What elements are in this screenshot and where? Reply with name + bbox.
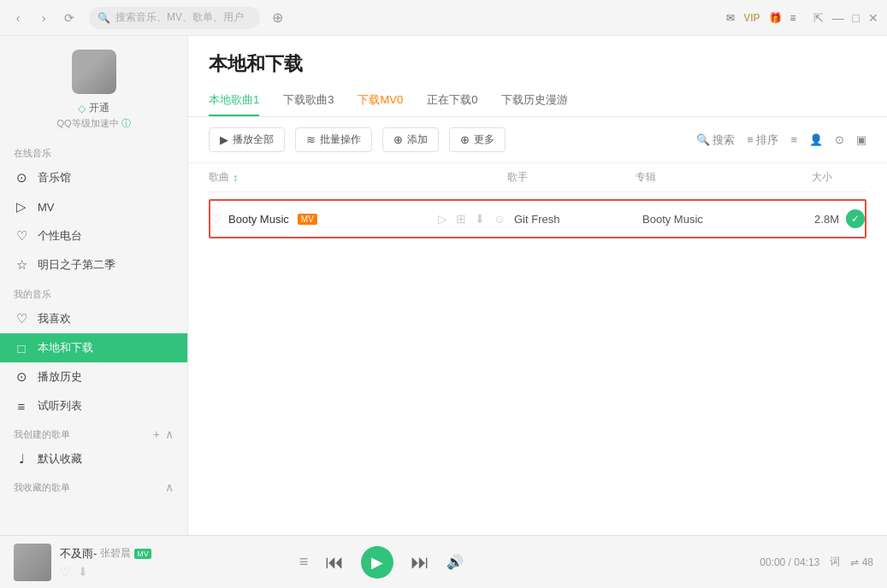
view-list-icon[interactable]: ≡ <box>790 133 797 146</box>
download-song-icon[interactable]: ⬇ <box>475 212 485 226</box>
toolbar: ▶ 播放全部 ≋ 批量操作 ⊕ 添加 ⊕ 更多 🔍 搜索 ≡ 排序 ≡ 👤 ⊙ <box>188 117 887 163</box>
forward-button[interactable]: › <box>34 9 53 27</box>
sidebar-item-label: 播放历史 <box>38 369 82 385</box>
tab-downloaded-mv[interactable]: 下载MV0 <box>358 85 403 116</box>
play-icon: ▶ <box>220 133 228 146</box>
username: ◇ 开通 <box>78 101 109 115</box>
refresh-button[interactable]: ⟳ <box>60 9 79 27</box>
sidebar-item-radio[interactable]: ♡ 个性电台 <box>0 221 187 250</box>
shuffle-icon[interactable]: ≡ <box>299 553 309 571</box>
add-to-list-icon[interactable]: ⊞ <box>456 212 466 226</box>
username-label[interactable]: 开通 <box>89 101 109 115</box>
play-all-button[interactable]: ▶ 播放全部 <box>209 127 285 152</box>
fav-playlist-label: 我收藏的歌单 <box>14 481 70 494</box>
player-download-icon[interactable]: ⬇ <box>78 565 88 579</box>
add-playlist-icon[interactable]: + <box>153 427 160 441</box>
sidebar-item-label: 音乐馆 <box>38 170 71 185</box>
tabs-bar: 本地歌曲1 下载歌曲3 下载MV0 正在下载0 下载历史漫游 <box>188 85 887 117</box>
col-album-header: 专辑 <box>636 170 764 185</box>
search-toolbar-button[interactable]: 🔍 搜索 <box>696 132 736 148</box>
queue-button[interactable]: ⇌ 48 <box>850 556 873 568</box>
more-button[interactable]: ⊕ 更多 <box>449 127 506 152</box>
sidebar-item-idol[interactable]: ☆ 明日之子第二季 <box>0 250 187 279</box>
sidebar-item-label: 明日之子第二季 <box>38 257 115 273</box>
download-status-icon: ✓ <box>846 209 865 228</box>
play-icon: ▶ <box>371 553 383 572</box>
tab-downloaded-songs[interactable]: 下载歌曲3 <box>283 85 334 116</box>
minimize-button[interactable]: — <box>832 11 844 25</box>
tab-download-history[interactable]: 下载历史漫游 <box>501 85 568 116</box>
player-mv-tag: MV <box>134 549 151 559</box>
player-thumbnail <box>14 544 51 581</box>
share-icon[interactable]: ☺ <box>494 212 506 226</box>
qq-level-text: QQ等级加速中 <box>56 117 118 130</box>
player-controls: ≡ ⏮ ▶ ⏭ 🔊 <box>299 546 464 579</box>
radio-icon: ♡ <box>14 228 29 244</box>
my-playlist-header: 我创建的歌单 + ∧ <box>0 420 187 444</box>
sort-arrow[interactable]: ↕ <box>233 172 238 184</box>
sidebar-item-trial[interactable]: ≡ 试听列表 <box>0 391 187 420</box>
favorite-icon[interactable]: ♡ <box>210 212 222 226</box>
col-song-label: 歌曲 <box>209 170 229 185</box>
tab-downloading[interactable]: 正在下载0 <box>427 85 477 116</box>
maximize-button[interactable]: □ <box>853 11 860 25</box>
tab-local-songs[interactable]: 本地歌曲1 <box>209 85 259 116</box>
sidebar-item-label: MV <box>38 201 55 214</box>
song-row-actions: ▷ ⊞ ⬇ ☺ <box>438 212 506 226</box>
music-note-icon: ♩ <box>14 451 29 467</box>
sidebar-item-favorites[interactable]: ♡ 我喜欢 <box>0 304 187 333</box>
song-table: 歌曲 ↕ 歌手 专辑 大小 ♡ Booty Music MV ▷ ⊞ ⬇ <box>188 163 887 535</box>
window-controls: ⇱ — □ ✕ <box>813 11 878 25</box>
target-icon[interactable]: ⊙ <box>835 133 844 146</box>
song-artist: Git Fresh <box>514 213 642 226</box>
tab-label: 下载历史漫游 <box>501 93 568 106</box>
sidebar-item-local-download[interactable]: □ 本地和下载 <box>0 333 187 362</box>
avatar[interactable] <box>72 50 116 94</box>
back-button[interactable]: ‹ <box>9 9 27 27</box>
sort-button[interactable]: ≡ 排序 <box>747 132 778 148</box>
time-total: 04:13 <box>794 556 819 568</box>
fav-collapse-icon[interactable]: ∧ <box>165 480 174 494</box>
folder-icon[interactable]: ▣ <box>856 133 866 146</box>
add-label: 添加 <box>407 132 428 147</box>
sidebar: ◇ 开通 QQ等级加速中 ⓘ 在线音乐 ⊙ 音乐馆 ▷ MV ♡ 个性电台 ☆ … <box>0 36 188 535</box>
player-heart-icon[interactable]: ♡ <box>60 565 71 579</box>
music-icon: ⊙ <box>14 170 29 185</box>
vip-label[interactable]: VIP <box>743 12 760 24</box>
collapse-icon[interactable]: ∧ <box>165 427 174 441</box>
compact-button[interactable]: ⇱ <box>813 11 824 25</box>
play-pause-button[interactable]: ▶ <box>361 546 393 579</box>
close-button[interactable]: ✕ <box>868 11 878 25</box>
user-icon[interactable]: 👤 <box>809 133 823 146</box>
fav-actions: ∧ <box>165 480 174 494</box>
star-icon: ☆ <box>14 257 29 273</box>
sidebar-item-music-hall[interactable]: ⊙ 音乐馆 <box>0 163 187 192</box>
song-title[interactable]: Booty Music <box>228 213 289 226</box>
play-song-icon[interactable]: ▷ <box>438 212 447 226</box>
sidebar-item-mv[interactable]: ▷ MV <box>0 192 187 221</box>
batch-button[interactable]: ≋ 批量操作 <box>295 127 372 152</box>
info-icon: ⓘ <box>121 117 131 130</box>
download-icon[interactable]: ⊕ <box>272 9 283 26</box>
mail-icon[interactable]: ✉ <box>726 12 735 24</box>
sidebar-item-label: 我喜欢 <box>38 311 71 326</box>
gift-icon[interactable]: 🎁 <box>769 12 782 24</box>
table-header: 歌曲 ↕ 歌手 专辑 大小 <box>209 163 866 192</box>
sidebar-item-label: 个性电台 <box>38 228 82 244</box>
volume-button[interactable]: 🔊 <box>446 554 464 570</box>
more-icon: ⊕ <box>460 133 470 146</box>
tab-label: 下载MV0 <box>358 93 403 106</box>
menu-icon[interactable]: ≡ <box>790 12 796 24</box>
batch-label: 批量操作 <box>320 132 361 147</box>
batch-icon: ≋ <box>306 133 316 146</box>
user-profile: ◇ 开通 QQ等级加速中 ⓘ <box>0 36 187 138</box>
online-music-section: 在线音乐 <box>0 138 187 163</box>
lyrics-button[interactable]: 词 <box>830 555 840 569</box>
sidebar-item-history[interactable]: ⊙ 播放历史 <box>0 362 187 391</box>
my-playlist-label: 我创建的歌单 <box>14 428 70 441</box>
sidebar-item-default-fav[interactable]: ♩ 默认收藏 <box>0 444 187 473</box>
next-button[interactable]: ⏭ <box>411 551 429 573</box>
search-bar[interactable]: 🔍 搜索音乐、MV、歌单、用户 <box>89 7 260 29</box>
prev-button[interactable]: ⏮ <box>325 551 344 573</box>
add-button[interactable]: ⊕ 添加 <box>382 127 439 152</box>
